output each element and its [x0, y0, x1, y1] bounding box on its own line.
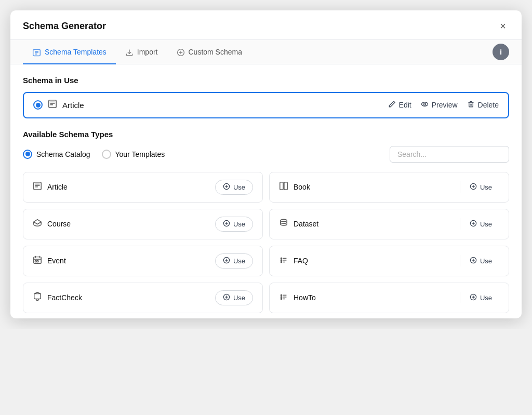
schema-card-book-left: Book: [279, 181, 310, 193]
svg-point-57: [281, 294, 282, 296]
howto-icon: [279, 292, 288, 304]
faq-use-icon: [470, 257, 477, 265]
svg-point-13: [423, 103, 425, 105]
faq-icon: [279, 255, 288, 267]
schema-card-event: Event Use: [23, 246, 263, 276]
dataset-name: Dataset: [294, 220, 318, 228]
tab-schema-templates[interactable]: Schema Templates: [23, 40, 116, 64]
factcheck-icon: [33, 292, 42, 304]
book-divider: [460, 181, 460, 193]
schema-in-use-left: Article: [33, 99, 84, 111]
preview-button[interactable]: Preview: [421, 100, 458, 110]
svg-rect-40: [35, 260, 37, 262]
factcheck-use-button[interactable]: Use: [215, 290, 253, 305]
schema-card-faq-left: FAQ: [279, 255, 308, 267]
course-name: Course: [47, 220, 71, 228]
modal-header: Schema Generator ×: [10, 10, 522, 40]
filter-your-templates[interactable]: Your Templates: [102, 150, 165, 159]
faq-divider: [460, 255, 460, 266]
filter-radio-group: Schema Catalog Your Templates: [23, 150, 165, 159]
schema-card-factcheck: FactCheck Use: [23, 283, 263, 313]
svg-rect-14: [469, 102, 473, 107]
available-section-title: Available Schema Types: [23, 130, 509, 139]
custom-schema-icon: [177, 47, 185, 57]
svg-point-59: [281, 296, 282, 297]
schema-in-use-actions: Edit Preview: [388, 100, 499, 110]
preview-icon: [421, 100, 429, 110]
svg-rect-41: [37, 260, 38, 262]
schema-generator-modal: Schema Generator × Schema Templates: [10, 10, 522, 318]
event-use-icon: [223, 257, 230, 265]
event-use-button[interactable]: Use: [215, 253, 253, 269]
dataset-use-button[interactable]: Use: [462, 217, 499, 231]
schema-card-faq: FAQ Use: [269, 246, 509, 276]
schema-card-event-left: Event: [33, 255, 66, 267]
tab-custom-schema[interactable]: Custom Schema: [167, 40, 251, 64]
schema-in-use-title: Schema in Use: [23, 76, 509, 85]
edit-button[interactable]: Edit: [388, 100, 411, 110]
schema-card-dataset: Dataset Use: [269, 209, 509, 239]
book-actions: Use: [458, 180, 499, 194]
svg-rect-8: [49, 100, 56, 107]
info-button[interactable]: i: [493, 44, 509, 60]
article-use-icon: [223, 183, 230, 192]
close-button[interactable]: ×: [497, 20, 509, 32]
svg-point-49: [281, 261, 282, 262]
delete-button[interactable]: Delete: [467, 100, 499, 110]
schema-card-course: Course Use: [23, 209, 263, 239]
howto-use-icon: [470, 293, 477, 302]
search-input[interactable]: [390, 146, 509, 163]
factcheck-use-icon: [223, 293, 230, 302]
schema-catalog-radio[interactable]: [23, 150, 32, 159]
schema-card-howto: HowTo Use: [269, 283, 509, 313]
svg-point-32: [281, 219, 287, 222]
tab-import-label: Import: [137, 48, 158, 56]
delete-icon: [467, 100, 475, 110]
svg-point-61: [281, 298, 282, 299]
schema-templates-icon: [32, 47, 41, 57]
event-icon: [33, 255, 42, 267]
tab-custom-schema-label: Custom Schema: [189, 48, 242, 56]
svg-rect-24: [280, 182, 283, 189]
modal-body: Schema in Use Article: [10, 64, 522, 318]
dataset-icon: [279, 218, 288, 230]
schema-in-use-card: Article Edit: [23, 92, 509, 118]
modal-title: Schema Generator: [23, 21, 106, 32]
schema-card-dataset-left: Dataset: [279, 218, 318, 230]
schema-grid: Article Use: [23, 172, 509, 313]
schema-card-book: Book Use: [269, 172, 509, 203]
dataset-use-icon: [470, 220, 477, 229]
your-templates-radio[interactable]: [102, 150, 111, 159]
book-name: Book: [294, 183, 310, 191]
course-icon: [33, 218, 42, 230]
article-name: Article: [47, 183, 68, 191]
course-use-button[interactable]: Use: [215, 217, 253, 232]
event-name: Event: [47, 257, 66, 265]
schema-in-use-radio[interactable]: [33, 100, 43, 110]
svg-point-45: [281, 258, 282, 259]
howto-divider: [460, 292, 460, 303]
edit-icon: [388, 100, 396, 110]
svg-point-47: [281, 259, 282, 260]
filter-schema-catalog[interactable]: Schema Catalog: [23, 150, 90, 159]
schema-card-course-left: Course: [33, 218, 71, 230]
filter-row: Schema Catalog Your Templates: [23, 146, 509, 163]
faq-name: FAQ: [294, 257, 308, 265]
schema-card-article: Article Use: [23, 172, 263, 203]
faq-use-button[interactable]: Use: [462, 254, 499, 268]
schema-card-factcheck-left: FactCheck: [33, 292, 82, 304]
schema-card-howto-left: HowTo: [279, 292, 316, 304]
course-use-icon: [223, 220, 230, 229]
howto-use-button[interactable]: Use: [462, 291, 499, 305]
howto-name: HowTo: [294, 293, 316, 302]
book-icon: [279, 181, 288, 193]
factcheck-name: FactCheck: [47, 293, 82, 302]
tab-schema-templates-label: Schema Templates: [45, 48, 107, 56]
article-use-button[interactable]: Use: [215, 180, 253, 195]
schema-card-article-left: Article: [33, 181, 68, 193]
schema-in-use-name: Article: [62, 101, 84, 110]
tab-import[interactable]: Import: [116, 40, 167, 64]
book-use-button[interactable]: Use: [462, 180, 499, 194]
svg-rect-17: [34, 182, 41, 189]
svg-rect-25: [284, 182, 287, 189]
